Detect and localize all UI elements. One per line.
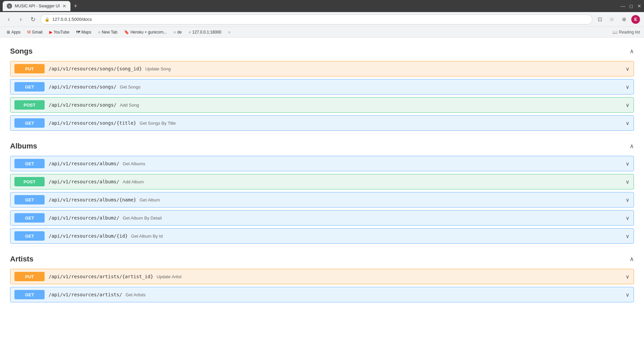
de-icon: ○	[173, 30, 176, 35]
page-content: Songs ∧ PUT /api/v1/resources/songs/{son…	[0, 38, 644, 310]
endpoint-row[interactable]: POST /api/v1/resources/songs/ Add Song ∨	[10, 97, 634, 113]
endpoint-row[interactable]: POST /api/v1/resources/albums/ Add Album…	[10, 174, 634, 189]
endpoint-row[interactable]: PUT /api/v1/resources/songs/{song_id} Up…	[10, 61, 634, 76]
chevron-down-icon: ∨	[626, 179, 630, 185]
endpoint-desc: Get Albums	[123, 161, 145, 166]
bookmark-local-label: 127.0.0.1:18000	[192, 30, 221, 35]
endpoint-desc: Get Album By Detail	[123, 216, 162, 221]
local-icon: ○	[189, 30, 191, 35]
songs-collapse-button[interactable]: ∧	[630, 48, 634, 55]
browser-chrome: S MUSIC API - Swagger UI ✕ + — ◻ ✕ ‹ › ↻…	[0, 0, 644, 38]
extensions-button[interactable]: ⊕	[619, 15, 629, 24]
tab-title: MUSIC API - Swagger UI	[15, 4, 60, 8]
address-bar[interactable]: 🔒 127.0.0.1:5000/docs	[40, 14, 592, 24]
endpoint-path: /api/v1/resources/albums/{name}	[49, 197, 136, 202]
endpoint-row[interactable]: GET /api/v1/resources/albums/ Get Albums…	[10, 156, 634, 171]
bookmark-youtube[interactable]: ▶ YouTube	[47, 29, 72, 36]
apps-icon: ⊞	[7, 30, 10, 35]
endpoint-row[interactable]: GET /api/v1/resources/albumz/ Get Album …	[10, 210, 634, 226]
bookmark-apps-label: Apps	[11, 30, 20, 35]
endpoint-path: /api/v1/resources/albums/	[49, 179, 119, 184]
endpoint-row[interactable]: PUT /api/v1/resources/artists/{artist_id…	[10, 269, 634, 284]
method-badge-post: POST	[14, 100, 45, 110]
bookmark-newtab[interactable]: ○ New Tab	[95, 29, 120, 36]
bookmark-button[interactable]: ☆	[607, 15, 616, 24]
chevron-down-icon: ∨	[626, 161, 630, 167]
artists-section-title: Artists	[10, 255, 34, 263]
endpoint-desc: Update Song	[145, 66, 171, 71]
endpoint-path: /api/v1/resources/songs/{song_id}	[49, 66, 142, 71]
endpoint-path: /api/v1/resources/songs/	[49, 102, 116, 108]
youtube-icon: ▶	[49, 30, 52, 35]
minimize-button[interactable]: —	[621, 3, 625, 9]
active-tab[interactable]: S MUSIC API - Swagger UI ✕	[3, 1, 70, 11]
bookmark-de-label: de	[177, 30, 182, 35]
endpoint-desc: Get Songs	[120, 84, 140, 89]
bookmark-newtab-label: New Tab	[102, 30, 117, 35]
bookmark-apps[interactable]: ⊞ Apps	[4, 29, 23, 36]
bookmark-heroku[interactable]: 🔖 Heroku + gunicorn...	[121, 29, 169, 36]
newtab-icon: ○	[98, 30, 100, 35]
method-badge-put: PUT	[14, 64, 45, 73]
endpoint-desc: Add Song	[120, 103, 139, 108]
chevron-down-icon: ∨	[626, 274, 630, 280]
chevron-down-icon: ∨	[626, 102, 630, 108]
bookmark-gmail[interactable]: M Gmail	[24, 29, 45, 36]
bookmark-local[interactable]: ○ 127.0.0.1:18000	[186, 29, 224, 36]
method-badge-get: GET	[14, 82, 45, 92]
chevron-down-icon: ∨	[626, 215, 630, 221]
cast-button[interactable]: ⊡	[595, 15, 604, 24]
chevron-down-icon: ∨	[626, 84, 630, 90]
songs-divider	[10, 133, 634, 134]
chevron-down-icon: ∨	[626, 233, 630, 239]
method-badge-put: PUT	[14, 272, 45, 281]
method-badge-get: GET	[14, 290, 45, 299]
endpoint-desc: Update Artist	[157, 274, 181, 279]
maximize-button[interactable]: ◻	[629, 3, 633, 9]
bookmark-heroku-label: Heroku + gunicorn...	[130, 30, 167, 35]
albums-collapse-button[interactable]: ∧	[630, 142, 634, 150]
tab-bar: S MUSIC API - Swagger UI ✕ + — ◻ ✕	[0, 0, 644, 12]
endpoint-row[interactable]: GET /api/v1/resources/album/{id} Get Alb…	[10, 228, 634, 244]
nav-actions: ⊡ ☆ ⊕ E	[595, 15, 640, 24]
artists-collapse-button[interactable]: ∧	[630, 255, 634, 263]
endpoint-row[interactable]: GET /api/v1/resources/artists/ Get Artis…	[10, 287, 634, 302]
bookmark-maps[interactable]: 🗺 Maps	[73, 29, 94, 36]
method-badge-get: GET	[14, 118, 45, 128]
url-text: 127.0.0.1:5000/docs	[52, 17, 588, 22]
bookmark-gmail-label: Gmail	[32, 30, 42, 35]
back-button[interactable]: ‹	[4, 15, 13, 24]
method-badge-post: POST	[14, 177, 45, 186]
bookmark-de[interactable]: ○ de	[171, 29, 184, 36]
endpoint-row[interactable]: GET /api/v1/resources/songs/{title} Get …	[10, 115, 634, 131]
gmail-icon: M	[27, 30, 31, 35]
reading-list-label: Reading list	[619, 30, 640, 35]
endpoint-desc: Get Artists	[125, 292, 146, 297]
endpoint-desc: Get Album By Id	[131, 234, 163, 239]
profile-button[interactable]: E	[631, 15, 640, 24]
reload-button[interactable]: ↻	[28, 15, 38, 24]
close-button[interactable]: ✕	[637, 3, 641, 9]
endpoint-path: /api/v1/resources/album/{id}	[49, 233, 128, 239]
songs-section-title: Songs	[10, 47, 33, 56]
endpoint-row[interactable]: GET /api/v1/resources/albums/{name} Get …	[10, 192, 634, 207]
tab-favicon: S	[7, 3, 12, 9]
reading-list[interactable]: 📖 Reading list	[612, 30, 640, 35]
forward-button[interactable]: ›	[16, 15, 25, 24]
chevron-down-icon: ∨	[626, 197, 630, 203]
endpoint-desc: Add Album	[123, 179, 144, 184]
bookmark-extra[interactable]: ○	[225, 29, 233, 36]
tab-close-button[interactable]: ✕	[62, 3, 66, 9]
endpoint-row[interactable]: GET /api/v1/resources/songs/ Get Songs ∨	[10, 79, 634, 95]
albums-divider	[10, 246, 634, 247]
new-tab-button[interactable]: +	[72, 3, 79, 10]
chevron-down-icon: ∨	[626, 292, 630, 298]
songs-section-header: Songs ∧	[10, 43, 634, 58]
albums-section-title: Albums	[10, 142, 37, 150]
endpoint-desc: Get Album	[140, 197, 160, 202]
maps-icon: 🗺	[76, 30, 80, 35]
artists-section-header: Artists ∧	[10, 251, 634, 266]
endpoint-path: /api/v1/resources/artists/	[49, 292, 122, 297]
endpoint-path: /api/v1/resources/albumz/	[49, 215, 119, 221]
method-badge-get: GET	[14, 213, 45, 223]
